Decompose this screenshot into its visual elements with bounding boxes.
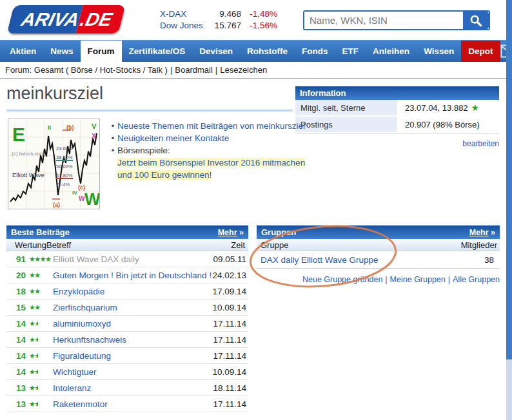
post-date: 17.11.14: [213, 351, 248, 361]
contacts-news-link[interactable]: Neuigkeiten meiner Kontakte: [117, 132, 229, 144]
nav-item-etf[interactable]: ETF: [335, 41, 366, 62]
column-zeit: Zeit: [231, 240, 248, 250]
svg-text:76.4%: 76.4%: [56, 182, 70, 187]
search-icon: [469, 14, 482, 27]
edit-profile-row: bearbeiten: [295, 139, 499, 148]
ticker-name-link[interactable]: X-DAX: [160, 8, 212, 20]
breadcrumb-lesezeichen-link[interactable]: Lesezeichen: [220, 65, 267, 75]
star-rating-icon: ★★: [26, 384, 52, 392]
post-subject-link[interactable]: aluminiumoxyd: [52, 319, 213, 329]
post-score: 18: [6, 287, 26, 296]
link-separator: |: [446, 275, 453, 284]
post-score: 14: [6, 319, 26, 329]
search-button[interactable]: [463, 12, 489, 29]
post-date: 09.05.11: [213, 254, 248, 264]
info-value: 23.07.04, 13.882★: [397, 100, 479, 115]
page-scrollbar-thumb[interactable]: [506, 0, 512, 359]
svg-text:X: X: [92, 133, 96, 140]
boersenspiel-promo-link-line1[interactable]: Jetzt beim Börsenspiel Investor 2016 mit…: [117, 158, 305, 167]
nav-item-zertifikate-os[interactable]: Zertifikate/OS: [122, 41, 193, 62]
post-subject-link[interactable]: Raketenmotor: [52, 399, 213, 409]
groups-title: Gruppen: [261, 227, 296, 237]
groups-header: Gruppen Mehr »: [257, 225, 500, 239]
bullet-icon: •: [108, 144, 117, 181]
groups-link-alle-gruppen[interactable]: Alle Gruppen: [453, 275, 500, 284]
index-ticker: X-DAX 9.468 -1,48% Dow Jones 15.767 -1,5…: [160, 8, 277, 32]
star-rating-icon: ★★: [26, 320, 52, 328]
star-rating-icon: ★★: [26, 336, 52, 344]
nav-item-aktien[interactable]: Aktien: [3, 41, 43, 62]
bullet-icon: •: [108, 132, 117, 144]
post-subject-link[interactable]: Herkunftsnachweis: [52, 335, 213, 345]
svg-text:(c) twiccs.com: (c) twiccs.com: [12, 151, 44, 157]
site-header: ARIVA .DE X-DAX 9.468 -1,48% Dow Jones 1…: [0, 0, 506, 40]
nav-item-depot[interactable]: Depot: [461, 41, 500, 62]
groups-link-neue-gruppe-gr-nden[interactable]: Neue Gruppe gründen: [302, 275, 382, 284]
groups-link-meine-gruppen[interactable]: Meine Gruppen: [390, 275, 446, 284]
post-subject-link[interactable]: Wichtigtuer: [52, 367, 212, 377]
column-wertung: Wertung: [6, 240, 46, 250]
post-date: 17.09.14: [212, 287, 248, 296]
table-row: 14 ★★ aluminiumoxyd 17.11.14: [6, 316, 248, 332]
breadcrumb-separator: |: [213, 65, 220, 75]
info-label: Mitgl. seit, Sterne: [295, 100, 397, 115]
svg-text:38.20%: 38.20%: [56, 155, 73, 160]
table-row: DAX daily Elliott Wave Gruppe 38: [257, 251, 500, 269]
star-rating-icon: ★★★★: [26, 255, 52, 263]
post-date: 24.02.13: [212, 271, 248, 280]
nav-item-anleihen[interactable]: Anleihen: [366, 41, 417, 62]
groups-more-link[interactable]: Mehr »: [469, 228, 495, 237]
svg-text:V: V: [92, 122, 97, 130]
post-score: 20: [6, 271, 26, 280]
information-box-title: Information: [300, 88, 346, 98]
group-name-link[interactable]: DAX daily Elliott Wave Gruppe: [257, 255, 484, 265]
star-rating-icon: ★★: [26, 352, 52, 360]
nav-item-forum[interactable]: Forum: [81, 41, 122, 62]
table-row: 20 ★★ Guten Morgen ! Bin jetzt in Deutsc…: [6, 267, 248, 283]
user-avatar-chart: E (c) twiccs.com Elliott Wave II (b) V X…: [8, 119, 100, 209]
profile-quick-links: • Neueste Themen mit Beiträgen von meink…: [108, 120, 308, 181]
post-score: 91: [6, 254, 26, 264]
nav-item-news[interactable]: News: [43, 41, 80, 62]
post-date: 18.11.14: [213, 383, 248, 393]
post-subject-link[interactable]: Enzyklopädie: [52, 287, 212, 296]
star-rating-icon: ★★: [26, 400, 52, 408]
ticker-change: -1,48%: [241, 8, 277, 20]
group-member-count: 38: [484, 255, 500, 265]
best-posts-title: Beste Beiträge: [11, 227, 70, 237]
best-posts-panel: Beste Beiträge Mehr » Wertung Betreff Ze…: [6, 225, 248, 412]
edit-profile-link[interactable]: bearbeiten: [462, 139, 499, 148]
breadcrumb-forum-path[interactable]: Forum: Gesamt ( Börse / Hot-Stocks / Tal…: [5, 65, 168, 75]
nav-item-devisen[interactable]: Devisen: [192, 41, 240, 62]
newest-topics-link[interactable]: Neueste Themen mit Beiträgen von meinkur…: [117, 120, 305, 132]
svg-text:II: II: [48, 124, 51, 131]
post-subject-link[interactable]: Intoleranz: [52, 383, 213, 393]
nav-item-rohstoffe[interactable]: Rohstoffe: [240, 41, 295, 62]
page-scrollbar-track[interactable]: [506, 0, 512, 420]
svg-text:(b): (b): [66, 124, 74, 131]
post-subject-link[interactable]: Elliott Wave DAX daily: [52, 254, 213, 264]
ticker-name-link[interactable]: Dow Jones: [160, 20, 212, 32]
post-subject-link[interactable]: Figuraldeutung: [52, 351, 213, 361]
table-row: 14 ★★ Wichtigtuer 10.09.14: [6, 364, 248, 380]
svg-text:W: W: [84, 189, 99, 209]
boersenspiel-promo-link-line2[interactable]: und 100 Euro gewinnen!: [117, 170, 212, 180]
breadcrumb: Forum: Gesamt ( Börse / Hot-Stocks / Tal…: [0, 62, 506, 79]
search-input[interactable]: [304, 12, 463, 29]
post-score: 13: [6, 399, 26, 409]
list-item: • Börsenspiele: Jetzt beim Börsenspiel I…: [108, 144, 308, 181]
svg-text:IV: IV: [72, 190, 77, 196]
post-subject-link[interactable]: Guten Morgen ! Bin jetzt in Deutschland …: [52, 271, 212, 280]
star-rating-icon: ★★: [26, 368, 52, 376]
table-row: 13 ★★ Intoleranz 18.11.14: [6, 380, 248, 396]
ariva-logo[interactable]: ARIVA .DE: [7, 5, 126, 33]
post-subject-link[interactable]: Zierfischquarium: [52, 303, 212, 312]
title-underline: [6, 110, 293, 111]
best-posts-column-header: Wertung Betreff Zeit: [6, 239, 248, 251]
post-score: 14: [6, 367, 26, 377]
breadcrumb-boardmail-link[interactable]: Boardmail: [175, 65, 213, 75]
nav-item-wissen[interactable]: Wissen: [417, 41, 461, 62]
nav-item-fonds[interactable]: Fonds: [295, 41, 335, 62]
info-label: Postings: [295, 117, 397, 132]
best-posts-more-link[interactable]: Mehr »: [218, 228, 244, 237]
